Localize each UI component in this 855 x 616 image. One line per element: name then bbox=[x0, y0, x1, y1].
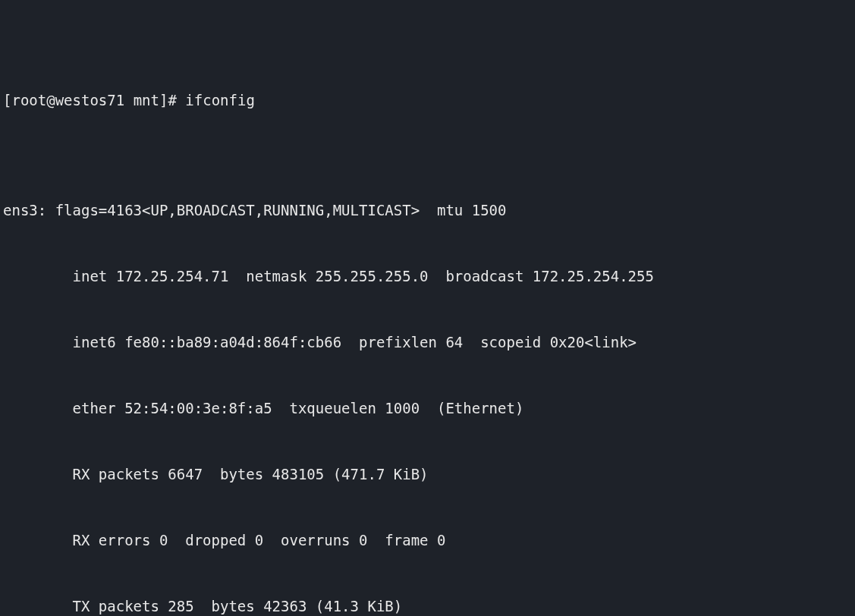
prompt-user: root bbox=[11, 92, 46, 108]
terminal-window[interactable]: [root@westos71 mnt]# ifconfig ens3: flag… bbox=[0, 0, 855, 616]
ifconfig-ens3-tx-packets: TX packets 285 bytes 42363 (41.3 KiB) bbox=[3, 596, 852, 616]
prompt-gap bbox=[177, 92, 185, 108]
ifconfig-ens3-rx-errors: RX errors 0 dropped 0 overruns 0 frame 0 bbox=[3, 530, 852, 552]
prompt-host: westos71 bbox=[55, 92, 125, 108]
ifconfig-ens3-ether: ether 52:54:00:3e:8f:a5 txqueuelen 1000 … bbox=[3, 398, 852, 420]
prompt-space bbox=[124, 92, 133, 108]
prompt-symbol: # bbox=[168, 92, 176, 108]
command-text-1: ifconfig bbox=[185, 92, 255, 108]
ifconfig-ens3-header: ens3: flags=4163<UP,BROADCAST,RUNNING,MU… bbox=[3, 200, 852, 222]
prompt-line-1[interactable]: [root@westos71 mnt]# ifconfig bbox=[3, 90, 852, 112]
prompt-open: [ bbox=[3, 92, 11, 108]
ifconfig-ens3-rx-packets: RX packets 6647 bytes 483105 (471.7 KiB) bbox=[3, 464, 852, 486]
ifconfig-ens3-inet: inet 172.25.254.71 netmask 255.255.255.0… bbox=[3, 266, 852, 288]
prompt-at: @ bbox=[46, 92, 55, 108]
ifconfig-ens3-inet6: inet6 fe80::ba89:a04d:864f:cb66 prefixle… bbox=[3, 332, 852, 354]
prompt-cwd: mnt bbox=[134, 92, 159, 108]
prompt-close: ] bbox=[159, 92, 168, 108]
